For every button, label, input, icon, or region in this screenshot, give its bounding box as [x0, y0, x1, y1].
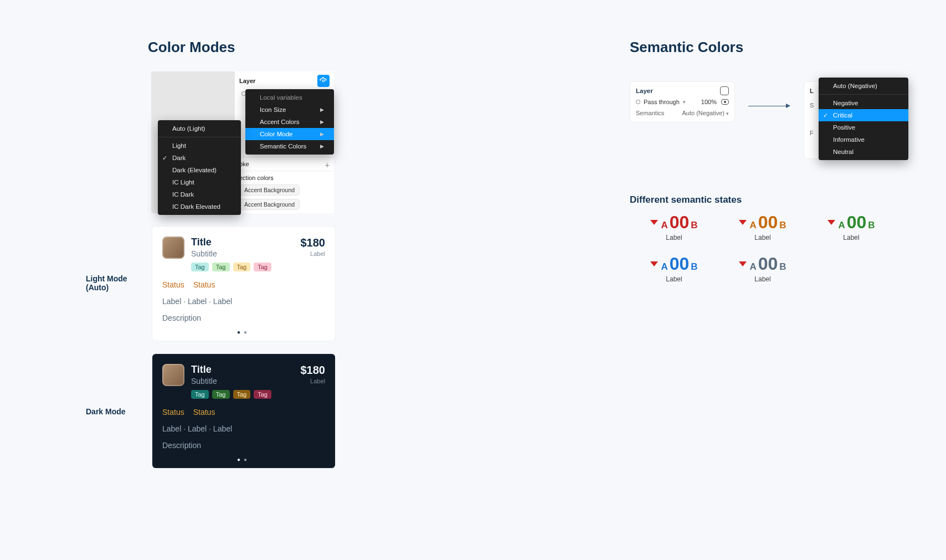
visibility-icon[interactable] — [721, 99, 729, 105]
opacity-value: 100% — [701, 99, 717, 105]
menu-item-light[interactable]: Light — [158, 140, 241, 152]
layer-label: Layer — [636, 88, 653, 94]
state-label: Label — [718, 275, 807, 283]
menu-item-auto[interactable]: Auto (Light) — [158, 122, 241, 135]
menu-item-ic-dark-elevated[interactable]: IC Dark Elevated — [158, 201, 241, 213]
menu-item-auto-negative[interactable]: Auto (Negative) — [819, 80, 908, 92]
menu-item-neutral[interactable]: Neutral — [819, 146, 908, 158]
selection-colors-header: ection colors — [239, 174, 274, 181]
menu-item-critical[interactable]: Critical — [819, 109, 908, 121]
card-tag: Tag — [254, 390, 271, 399]
state-informative: A00B Label — [630, 254, 718, 283]
card-tag: Tag — [212, 263, 230, 271]
layer-label: Layer — [239, 78, 255, 84]
card-status: Status — [193, 280, 215, 289]
card-tag: Tag — [212, 390, 230, 399]
semantics-panel-after: L S F Auto (Negative) Negative Critical … — [804, 81, 909, 159]
card-tag: Tag — [191, 263, 209, 271]
menu-item-negative[interactable]: Negative — [819, 97, 908, 109]
menu-item-icon-size[interactable]: Icon Size▶ — [245, 104, 334, 116]
menu-item-dark[interactable]: Dark — [158, 152, 241, 164]
menu-item-informative[interactable]: Informative — [819, 133, 908, 146]
state-warning: A00B Label — [718, 212, 807, 242]
card-subtitle: Subtitle — [191, 377, 271, 386]
arrow-connector — [748, 106, 790, 106]
example-card-dark: Title Subtitle Tag Tag Tag Tag $180 — [152, 354, 335, 468]
state-label: Label — [807, 234, 896, 242]
semantics-label: Semantics — [636, 110, 664, 116]
trend-down-icon — [739, 220, 747, 225]
card-tag: Tag — [191, 390, 209, 399]
card-tag: Tag — [233, 263, 251, 271]
state-label: Label — [630, 275, 718, 283]
state-critical: A00B Label — [630, 212, 718, 242]
card-title: Title — [191, 237, 271, 248]
trend-down-icon — [650, 261, 658, 266]
example-card-light: Title Subtitle Tag Tag Tag Tag $180 — [152, 227, 335, 341]
layer-settings-icon[interactable] — [720, 86, 729, 95]
card-subtitle: Subtitle — [191, 249, 271, 258]
card-price: $180 — [301, 364, 326, 377]
menu-item-dark-elevated[interactable]: Dark (Elevated) — [158, 164, 241, 176]
color-chip[interactable]: Accent Background — [239, 184, 300, 196]
chevron-down-icon[interactable]: ▾ — [683, 99, 686, 105]
state-label: Label — [630, 234, 718, 242]
card-tag: Tag — [254, 263, 271, 271]
color-chip[interactable]: Accent Background — [239, 199, 300, 210]
card-description: Description — [162, 441, 325, 450]
state-label: Label — [718, 234, 807, 242]
card-thumbnail — [162, 364, 184, 386]
card-tag: Tag — [233, 390, 251, 399]
blend-mode-radio[interactable] — [636, 100, 640, 104]
card-status: Status — [162, 280, 184, 289]
card-description: Description — [162, 314, 325, 322]
add-stroke-icon[interactable]: + — [325, 161, 330, 169]
blend-mode-label: Pass through — [644, 99, 680, 105]
chevron-down-icon[interactable]: ▾ — [726, 111, 729, 116]
card-thumbnail — [162, 237, 184, 259]
color-mode-menu: Auto (Light) Light Dark Dark (Elevated) … — [158, 120, 241, 215]
card-price-label: Label — [301, 250, 326, 257]
layer-variable-button[interactable] — [317, 75, 330, 87]
menu-item-ic-dark[interactable]: IC Dark — [158, 188, 241, 201]
heading-semantic-colors: Semantic Colors — [630, 39, 946, 56]
state-neutral: A00B Label — [718, 254, 807, 283]
trend-down-icon — [739, 261, 747, 266]
menu-item-color-mode[interactable]: Color Mode▶ — [245, 128, 334, 140]
card-pagination[interactable]: ●● — [162, 456, 325, 463]
heading-semantic-states: Different semantic states — [630, 194, 946, 205]
card-status: Status — [193, 408, 215, 417]
light-mode-label: Light Mode(Auto) — [86, 227, 152, 292]
menu-item-accent-colors[interactable]: Accent Colors▶ — [245, 116, 334, 128]
semantics-value[interactable]: Auto (Negative) — [682, 110, 724, 116]
card-pagination[interactable]: ●● — [162, 329, 325, 335]
semantics-dropdown: Auto (Negative) Negative Critical Positi… — [819, 78, 908, 160]
menu-item-semantic-colors[interactable]: Semantic Colors▶ — [245, 140, 334, 152]
card-price-label: Label — [301, 378, 326, 384]
trend-down-icon — [827, 220, 835, 225]
figma-editor-mock: Layer C oke + ection colors — [151, 71, 334, 213]
menu-item-positive[interactable]: Positive — [819, 121, 908, 133]
trend-down-icon — [650, 220, 658, 225]
card-labels: Label · Label · Label — [162, 424, 325, 433]
dark-mode-label: Dark Mode — [86, 354, 152, 416]
card-title: Title — [191, 364, 271, 376]
state-positive: A00B Label — [807, 212, 896, 242]
card-labels: Label · Label · Label — [162, 297, 325, 306]
semantics-panel-before: Layer Pass through ▾ 100% Semantics — [630, 81, 735, 122]
menu-item-ic-light[interactable]: IC Light — [158, 176, 241, 188]
card-status: Status — [162, 408, 184, 417]
menu-header: Local variables — [245, 91, 334, 104]
heading-color-modes: Color Modes — [148, 39, 558, 56]
svg-point-0 — [322, 80, 325, 82]
local-variables-menu: Local variables Icon Size▶ Accent Colors… — [245, 89, 334, 155]
card-price: $180 — [301, 237, 326, 249]
